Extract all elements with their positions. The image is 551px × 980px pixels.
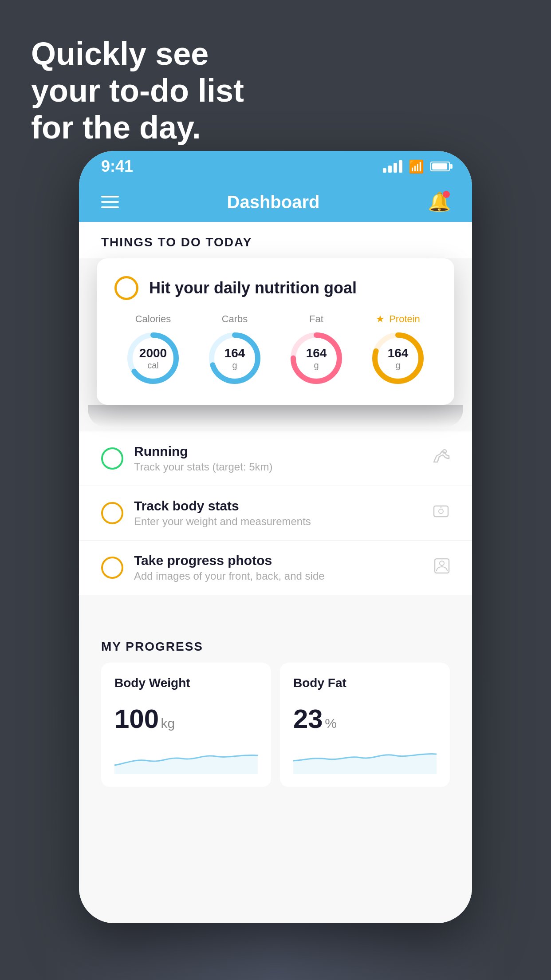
carbs-donut: 164 g: [206, 329, 264, 387]
fat-label: Fat: [309, 313, 323, 325]
wifi-icon: 📶: [409, 159, 424, 174]
protein-label-row: ★ Protein: [376, 313, 420, 325]
star-icon: ★: [376, 313, 385, 325]
status-icons: 📶: [383, 159, 450, 174]
body-fat-title: Body Fat: [293, 676, 437, 690]
hero-line3: for the day.: [31, 109, 244, 146]
progress-cards: Body Weight 100 kg: [101, 663, 450, 787]
protein-donut: 164 g: [369, 329, 427, 387]
status-bar: 9:41 📶: [79, 151, 472, 182]
nutrition-calories: Calories 2000 cal: [124, 313, 182, 387]
protein-label: Protein: [389, 313, 420, 325]
content-wrapper: THINGS TO DO TODAY Hit your daily nutrit…: [79, 222, 472, 923]
phone-mockup: 9:41 📶 Dashboard 🔔: [79, 151, 472, 923]
bell-icon[interactable]: 🔔: [428, 191, 450, 213]
hero-line2: your to-do list: [31, 72, 244, 109]
battery-icon: [430, 162, 450, 171]
svg-point-8: [443, 450, 446, 453]
todo-subtitle-running: Track your stats (target: 5km): [134, 461, 421, 473]
todo-item-running[interactable]: Running Track your stats (target: 5km): [79, 431, 472, 486]
nutrition-carbs: Carbs 164 g: [206, 313, 264, 387]
todo-title-photos: Take progress photos: [134, 553, 423, 568]
body-weight-chart: [114, 743, 258, 774]
calories-donut: 2000 cal: [124, 329, 182, 387]
todo-subtitle-photos: Add images of your front, back, and side: [134, 570, 423, 582]
body-weight-unit: kg: [161, 716, 175, 731]
todo-subtitle-body-stats: Enter your weight and measurements: [134, 515, 421, 528]
todo-title-running: Running: [134, 444, 421, 459]
nutrition-card-title: Hit your daily nutrition goal: [149, 279, 357, 297]
card-header: Hit your daily nutrition goal: [114, 276, 437, 300]
todo-title-body-stats: Track body stats: [134, 498, 421, 514]
scale-icon: [432, 503, 450, 523]
hamburger-menu[interactable]: [101, 196, 119, 208]
progress-heading: MY PROGRESS: [101, 640, 450, 654]
hero-text: Quickly see your to-do list for the day.: [31, 36, 244, 146]
carbs-value: 164 g: [224, 347, 245, 370]
todo-item-body-stats[interactable]: Track body stats Enter your weight and m…: [79, 486, 472, 541]
todo-circle-nutrition: [114, 276, 138, 300]
body-fat-unit: %: [325, 716, 337, 731]
hero-line1: Quickly see: [31, 36, 244, 72]
nav-bar: Dashboard 🔔: [79, 182, 472, 222]
calories-value: 2000 cal: [139, 347, 167, 370]
todo-text-photos: Take progress photos Add images of your …: [134, 553, 423, 582]
todo-list: Running Track your stats (target: 5km): [79, 431, 472, 595]
nutrition-circles: Calories 2000 cal: [114, 313, 437, 387]
spacer: [79, 595, 472, 622]
todo-item-photos[interactable]: Take progress photos Add images of your …: [79, 541, 472, 595]
protein-value: 164 g: [388, 347, 409, 370]
body-weight-title: Body Weight: [114, 676, 258, 690]
body-fat-value: 23: [293, 704, 323, 734]
status-time: 9:41: [101, 157, 133, 176]
todo-check-body-stats: [101, 502, 123, 524]
top-section: THINGS TO DO TODAY: [79, 222, 472, 258]
nutrition-protein: ★ Protein 164 g: [369, 313, 427, 387]
section-heading-todo: THINGS TO DO TODAY: [101, 235, 450, 258]
nutrition-card: Hit your daily nutrition goal Calories: [97, 258, 454, 405]
todo-text-running: Running Track your stats (target: 5km): [134, 444, 421, 473]
carbs-label: Carbs: [222, 313, 248, 325]
fat-donut: 164 g: [287, 329, 345, 387]
main-content: THINGS TO DO TODAY Hit your daily nutrit…: [79, 222, 472, 923]
todo-check-running: [101, 447, 123, 470]
body-weight-card[interactable]: Body Weight 100 kg: [101, 663, 271, 787]
signal-icon: [383, 160, 402, 173]
nutrition-fat: Fat 164 g: [287, 313, 345, 387]
fat-value: 164 g: [306, 347, 327, 370]
person-icon: [434, 558, 450, 577]
svg-point-10: [439, 509, 443, 514]
todo-text-body-stats: Track body stats Enter your weight and m…: [134, 498, 421, 528]
svg-point-13: [440, 561, 444, 565]
notification-dot: [443, 191, 450, 198]
progress-section: MY PROGRESS Body Weight 100 kg: [79, 640, 472, 787]
todo-check-photos: [101, 557, 123, 579]
body-fat-chart: [293, 743, 437, 774]
calories-label: Calories: [135, 313, 171, 325]
shadow-arc: [88, 405, 463, 427]
body-weight-value: 100: [114, 704, 159, 734]
running-icon: [432, 449, 450, 468]
body-fat-card[interactable]: Body Fat 23 %: [280, 663, 450, 787]
nav-title: Dashboard: [227, 192, 320, 212]
